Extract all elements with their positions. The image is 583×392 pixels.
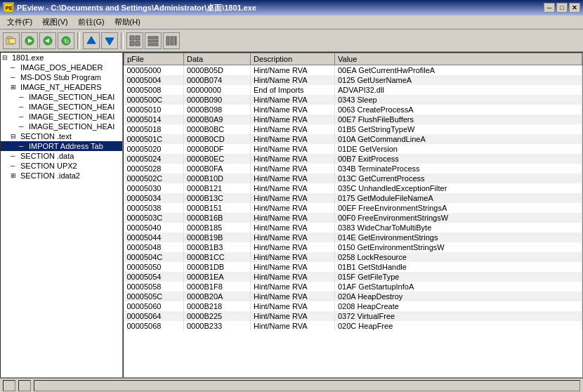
cell-description: Hint/Name RVA [251,65,335,76]
table-row[interactable]: 000050400000B185Hint/Name RVA0383 WideCh… [124,223,582,233]
expand-icon: ─ [19,113,29,120]
tree-item-dos-header[interactable]: ─ IMAGE_DOS_HEADER [1,63,122,72]
table-row[interactable]: 000050500000B1DBHint/Name RVA01B1 GetStd… [124,262,582,272]
cell-value: 01B5 GetStringTypeW [335,124,582,134]
table-row[interactable]: 000050000000B05DHint/Name RVA00EA GetCur… [124,65,582,76]
cell-pfile: 00005028 [124,164,184,174]
table-row[interactable]: 000050280000B0FAHint/Name RVA034B Termin… [124,164,582,174]
cell-description: Hint/Name RVA [251,272,335,282]
table-row[interactable]: 000050040000B074Hint/Name RVA0125 GetUse… [124,75,582,85]
tree-item-section-hdr2[interactable]: ─ IMAGE_SECTION_HEAI [1,102,122,112]
arrow-up-button[interactable] [83,32,100,49]
table-row[interactable]: 000050200000B0DFHint/Name RVA01DE GetVer… [124,144,582,154]
menu-goto[interactable]: 前往(G) [74,16,109,28]
cell-data: 0000B218 [184,301,251,311]
cell-description: Hint/Name RVA [251,134,335,144]
maximize-button[interactable]: □ [556,3,568,13]
col-description: Description [251,53,335,65]
table-row[interactable]: 000050300000B121Hint/Name RVA035C Unhand… [124,183,582,193]
table-row[interactable]: 000050100000B098Hint/Name RVA0063 Create… [124,105,582,115]
refresh-button[interactable]: ↻ [58,32,74,49]
cell-value: 013C GetCurrentProcess [335,174,582,183]
menu-bar: 文件(F) 视图(V) 前往(G) 帮助(H) [0,15,583,30]
tree-item-section-hdr3[interactable]: ─ IMAGE_SECTION_HEAI [1,112,122,122]
table-row[interactable]: 000050440000B19BHint/Name RVA014E GetEnv… [124,233,582,242]
tree-panel[interactable]: ⊟ 1801.exe ─ IMAGE_DOS_HEADER ─ MS-DOS S… [0,52,123,378]
cell-value: 00E7 FlushFileBuffers [335,115,582,124]
tree-item-section-data[interactable]: ─ SECTION .data [1,151,122,161]
minimize-button[interactable]: ─ [544,3,555,13]
table-row[interactable]: 0000500C0000B090Hint/Name RVA0343 Sleep [124,95,582,105]
cell-pfile: 0000503C [124,213,184,223]
expand-icon: ⊟ [11,133,20,140]
svg-rect-20 [166,37,169,45]
tree-item-section-text[interactable]: ⊟ SECTION .text [1,131,122,141]
tree-item-section-hdr4[interactable]: ─ IMAGE_SECTION_HEAI [1,122,122,131]
table-row[interactable]: 000050380000B151Hint/Name RVA00EF FreeEn… [124,203,582,213]
tree-item-msdos-stub[interactable]: ─ MS-DOS Stub Program [1,72,122,82]
menu-help[interactable]: 帮助(H) [110,16,145,28]
table-row[interactable]: 000050180000B0BCHint/Name RVA01B5 GetStr… [124,124,582,134]
table-row[interactable]: 000050480000B1B3Hint/Name RVA0150 GetEnv… [124,242,582,252]
svg-marker-12 [105,38,114,45]
table-row[interactable]: 000050240000B0ECHint/Name RVA00B7 ExitPr… [124,154,582,164]
table-row[interactable]: 0000502C0000B10DHint/Name RVA013C GetCur… [124,174,582,183]
view3-button[interactable] [163,32,180,49]
cell-description: Hint/Name RVA [251,115,335,124]
status-section-2 [18,380,31,391]
table-row[interactable]: 0000501C0000B0CDHint/Name RVA010A GetCom… [124,134,582,144]
arrow-down-button[interactable] [101,32,118,49]
forward-button[interactable] [21,32,38,49]
data-scroll[interactable]: pFile Data Description Value 00005000000… [124,53,582,377]
cell-data: 0000B13C [184,193,251,203]
table-row[interactable]: 000050340000B13CHint/Name RVA0175 GetMod… [124,193,582,203]
data-panel: pFile Data Description Value 00005000000… [123,52,583,378]
cell-data: 0000B1B3 [184,242,251,252]
close-button[interactable]: ✕ [569,3,580,13]
cell-data: 00000000 [184,85,251,95]
app-icon: PE [3,2,14,13]
tree-item-nt-headers[interactable]: ⊞ IMAGE_NT_HEADERS [1,82,122,92]
menu-file[interactable]: 文件(F) [3,16,37,28]
table-row[interactable]: 000050540000B1EAHint/Name RVA015F GetFil… [124,272,582,282]
svg-rect-16 [136,41,140,46]
tree-item-section-idata2[interactable]: ⊞ SECTION .idata2 [1,171,122,181]
cell-description: Hint/Name RVA [251,223,335,233]
cell-pfile: 00005018 [124,124,184,134]
menu-view[interactable]: 视图(V) [38,16,72,28]
tree-item-label: IMAGE_SECTION_HEAI [29,122,114,131]
view1-button[interactable] [126,32,143,49]
table-row[interactable]: 0000504C0000B1CCHint/Name RVA0258 LockRe… [124,252,582,262]
tree-item-label: IMAGE_DOS_HEADER [20,63,103,72]
cell-pfile: 00005068 [124,321,184,331]
table-row[interactable]: 0000500800000000End of ImportsADVAPI32.d… [124,85,582,95]
table-row[interactable]: 000050580000B1F8Hint/Name RVA01AF GetSta… [124,282,582,292]
cell-value: 0383 WideCharToMultiByte [335,223,582,233]
cell-pfile: 00005024 [124,154,184,164]
table-row[interactable]: 000050680000B233Hint/Name RVA020C HeapFr… [124,321,582,331]
tree-item-import-table[interactable]: ─ IMPORT Address Tab [1,141,122,151]
back-button[interactable] [39,32,56,49]
svg-rect-4 [9,39,15,44]
cell-value: 0175 GetModuleFileNameA [335,193,582,203]
cell-data: 0000B098 [184,105,251,115]
tree-item-section-upx2[interactable]: ─ SECTION UPX2 [1,161,122,171]
cell-value: 0372 VirtualFree [335,311,582,321]
window-controls[interactable]: ─ □ ✕ [544,3,580,13]
table-row[interactable]: 0000505C0000B20AHint/Name RVA020A HeapDe… [124,292,582,301]
svg-marker-11 [87,37,96,44]
cell-value: 020C HeapFree [335,321,582,331]
cell-pfile: 00005034 [124,193,184,203]
table-row[interactable]: 0000503C0000B16BHint/Name RVA00F0 FreeEn… [124,213,582,223]
view2-button[interactable] [145,32,162,49]
cell-data: 0000B0CD [184,134,251,144]
cell-value: 014E GetEnvironmentStrings [335,233,582,242]
table-row[interactable]: 000050600000B218Hint/Name RVA0208 HeapCr… [124,301,582,311]
tree-item-root[interactable]: ⊟ 1801.exe [1,53,122,63]
tree-item-label: IMPORT Address Tab [29,142,103,150]
table-row[interactable]: 000050640000B225Hint/Name RVA0372 Virtua… [124,311,582,321]
tree-item-section-hdr1[interactable]: ─ IMAGE_SECTION_HEAI [1,92,122,102]
table-row[interactable]: 000050140000B0A9Hint/Name RVA00E7 FlushF… [124,115,582,124]
cell-value: 010A GetCommandLineA [335,134,582,144]
open-button[interactable] [3,32,20,49]
